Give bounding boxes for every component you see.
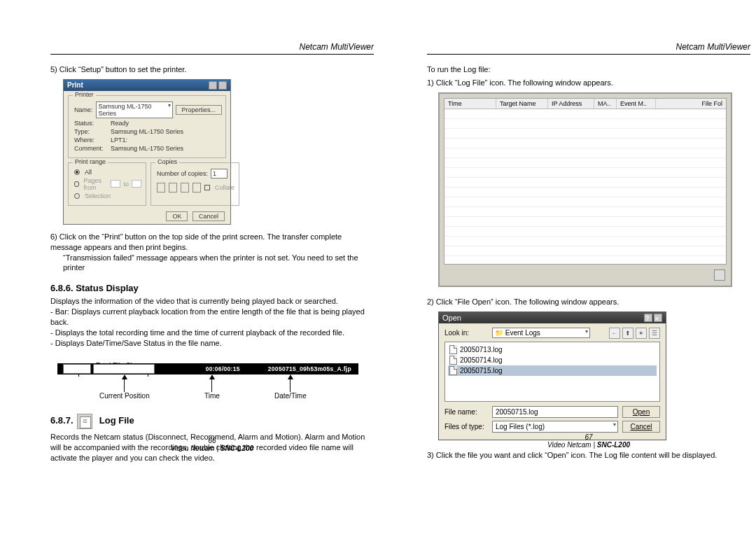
section-687-number: 6.8.7. (50, 416, 74, 426)
file-icon (449, 345, 457, 354)
open-dialog: Open ? × Look in: 📁 Event Logs ← ⬆ ✶ ☰ 2… (438, 312, 666, 440)
footer-right: 67 Video Netcam | SNC-L200 (427, 433, 750, 449)
ok-button[interactable]: OK (166, 211, 188, 221)
section-687-heading: 6.8.7. Log File (50, 414, 374, 429)
right-intro: To run the Log file: (427, 64, 750, 75)
view-icon[interactable]: ☰ (649, 328, 660, 339)
log-col-mac[interactable]: MA.. (594, 99, 617, 108)
log-col-target[interactable]: Target Name (496, 99, 548, 108)
close-icon[interactable] (218, 81, 227, 90)
current-position-label: Current Position (99, 392, 150, 400)
cancel-button[interactable]: Cancel (192, 211, 225, 221)
range-selection-label: Selection (85, 192, 111, 200)
list-item-selected[interactable]: 20050715.log (448, 365, 657, 376)
list-item[interactable]: 20050713.log (448, 344, 657, 355)
printer-name-select[interactable]: Samsung ML-1750 Series (96, 102, 173, 118)
list-item[interactable]: 20050714.log (448, 355, 657, 365)
printer-where-label: Where: (74, 136, 108, 144)
log-rows (444, 109, 726, 256)
footer-ref-b: SNC-L200 (220, 444, 253, 452)
log-list-header: Time Target Name IP Address MA.. Event M… (444, 99, 726, 109)
log-list-window: Time Target Name IP Address MA.. Event M… (438, 92, 732, 287)
right-step-1: 1) Click “Log File” icon. The following … (427, 78, 750, 88)
right-step-2: 2) Click “File Open” icon. The following… (427, 297, 750, 307)
step-5: 5) Click “Setup” button to set the print… (50, 64, 374, 75)
arrow-datetime: Date/Time (274, 374, 307, 400)
log-col-event[interactable]: Event M.. (617, 99, 656, 108)
range-pages-radio[interactable] (74, 181, 79, 187)
step-6-line2: “Transmission failed” message appears wh… (63, 253, 374, 274)
section-686-p1: Displays the information of the video th… (50, 296, 374, 307)
open-dialog-titlebar: Open ? × (439, 312, 666, 323)
file-icon (449, 366, 457, 375)
close-icon[interactable]: × (654, 314, 662, 322)
page-number-right: 67 (427, 433, 750, 441)
help-icon[interactable]: ? (644, 314, 652, 322)
section-686-title: 6.8.6. Status Display (50, 283, 374, 293)
filetype-select[interactable]: Log Files (*.log) (492, 421, 618, 433)
table-row (444, 109, 726, 119)
printer-comment-label: Comment: (74, 145, 108, 152)
printer-type-label: Type: (74, 128, 108, 135)
help-icon[interactable] (209, 81, 217, 90)
range-from-input[interactable] (111, 180, 120, 188)
file-name: 20050714.log (460, 356, 503, 364)
section-686-p4: - Displays Date/Time/Save Status in the … (50, 338, 374, 349)
printer-group: Printer Name: Samsung ML-1750 Series Pro… (68, 95, 226, 158)
collate-icon (157, 183, 165, 192)
print-range-group: Print range All Pages fromto Selection (68, 162, 146, 206)
range-to-label: to (123, 181, 129, 188)
copies-input[interactable]: 1 (211, 169, 227, 178)
file-open-icon[interactable] (714, 270, 725, 281)
log-col-time[interactable]: Time (444, 99, 496, 108)
lookin-select[interactable]: 📁 Event Logs (492, 328, 590, 338)
range-selection-radio[interactable] (74, 193, 80, 199)
step-6-line1: 6) Click on the “Print” button on the to… (50, 232, 374, 253)
range-to-input[interactable] (132, 180, 141, 188)
range-pages-label: Pages from (84, 177, 108, 191)
arrow-time: Time (204, 374, 220, 400)
page-left: Netcam MultiViewer 5) Click “Setup” butt… (50, 42, 374, 463)
printer-name-label: Name: (74, 106, 93, 113)
printer-type-value: Samsung ML-1750 Series (111, 128, 221, 135)
section-686-p2: - Bar: Displays current playback locatio… (50, 307, 374, 328)
range-all-radio[interactable] (74, 169, 80, 175)
datetime-label: Date/Time (274, 392, 307, 400)
copies-label: Number of copies: (157, 170, 208, 177)
properties-button[interactable]: Properties... (176, 105, 223, 115)
filename-input[interactable]: 20050715.log (492, 406, 618, 418)
collate-icon (169, 183, 177, 192)
log-col-ip[interactable]: IP Address (548, 99, 594, 108)
log-col-filefol[interactable]: File Fol (656, 99, 726, 108)
collate-checkbox[interactable] (204, 185, 210, 190)
lookin-label: Look in: (444, 329, 488, 337)
open-button[interactable]: Open (622, 406, 660, 418)
playback-time: 00:06/00:15 (206, 365, 240, 372)
collate-label: Collate (215, 184, 234, 191)
page-right: Netcam MultiViewer To run the Log file: … (427, 42, 750, 460)
open-dialog-title: Open (442, 314, 461, 322)
dialog-cancel-button[interactable]: Cancel (622, 421, 660, 433)
progress-empty (93, 364, 155, 374)
page-header-right: Netcam MultiViewer (427, 42, 750, 55)
page-number-left: 66 (50, 437, 374, 444)
page-header-left: Netcam MultiViewer (50, 42, 374, 55)
new-folder-icon[interactable]: ✶ (636, 328, 647, 339)
print-dialog: Print Printer Name: Samsung ML-1750 Seri… (63, 79, 231, 225)
printer-group-title: Printer (73, 91, 96, 98)
up-icon[interactable]: ⬆ (622, 328, 634, 339)
section-686-p3: - Displays the total recording time and … (50, 328, 374, 338)
filetype-label: Files of type: (444, 423, 488, 430)
back-icon[interactable]: ← (609, 328, 620, 339)
range-all-label: All (85, 169, 92, 176)
print-dialog-titlebar: Print (64, 80, 230, 91)
file-name: 20050713.log (460, 346, 503, 354)
log-list-inner: Time Target Name IP Address MA.. Event M… (444, 98, 727, 265)
copies-group: Copies Number of copies:1 Collate (150, 162, 239, 206)
printer-where-value: LPT1: (111, 136, 221, 144)
arrow-current-position: Current Position (99, 374, 150, 400)
file-list[interactable]: 20050713.log 20050714.log 20050715.log (444, 342, 660, 402)
progress-filled (63, 364, 91, 374)
playback-status-bar: 00:06/00:15 20050715_09h53m05s_A.fjp (57, 363, 358, 374)
filename-label: File name: (444, 408, 488, 416)
